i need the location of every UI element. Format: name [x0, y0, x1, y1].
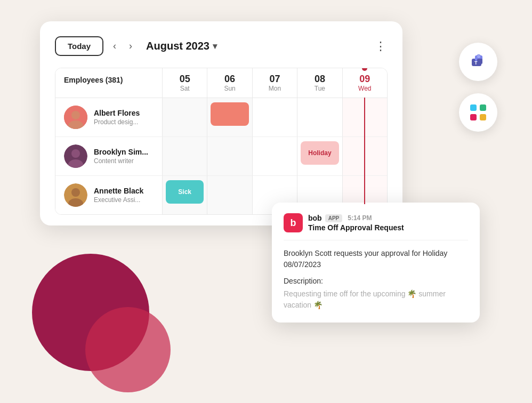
svg-point-15 [71, 149, 80, 158]
slack-description-text: Requesting time off for the upcoming 🌴 s… [284, 288, 468, 311]
slack-description-label: Description: [284, 277, 468, 285]
cell-brooklyn-05 [162, 137, 207, 176]
svg-text:T: T [474, 60, 478, 66]
today-button[interactable]: Today [55, 36, 103, 56]
slack-icon [468, 102, 488, 123]
calendar-grid: Employees (381) 05 Sat 06 Sun 07 Mon 08 … [55, 68, 388, 215]
day-header-05: 05 Sat [162, 68, 207, 98]
slack-time: 5:14 PM [348, 214, 372, 222]
employee-name-albert: Albert Flores [94, 109, 140, 117]
cell-albert-06 [207, 98, 252, 137]
svg-point-12 [71, 111, 80, 119]
employee-row-albert: Albert Flores Product desig... [55, 98, 162, 137]
slack-card-header: b bob APP 5:14 PM Time Off Approval Requ… [284, 213, 468, 240]
calendar-card: Today ‹ › August 2023 ▾ ⋮ Employees (381… [40, 21, 402, 225]
employee-role-brooklyn: Content writer [94, 157, 148, 165]
prev-arrow-button[interactable]: ‹ [110, 38, 119, 54]
event-albert-06[interactable] [211, 102, 248, 126]
teams-icon: T [467, 51, 489, 72]
day-header-08: 08 Tue [297, 68, 342, 98]
bob-app-icon: b [284, 213, 303, 232]
bg-circle-light [85, 307, 171, 392]
day-header-06: 06 Sun [207, 68, 252, 98]
cell-annette-06 [207, 176, 252, 214]
cell-albert-07 [252, 98, 297, 137]
employees-header: Employees (381) [55, 68, 162, 98]
employee-name-brooklyn: Brooklyn Sim... [94, 148, 148, 156]
event-annette-sick[interactable]: Sick [166, 180, 204, 204]
slack-sender-info: bob APP 5:14 PM [308, 214, 404, 222]
app-badge: APP [325, 214, 343, 222]
employee-name-annette: Annette Black [94, 187, 143, 195]
employee-role-annette: Executive Assi... [94, 196, 143, 204]
svg-rect-4 [477, 59, 482, 64]
employee-row-brooklyn: Brooklyn Sim... Content writer [55, 137, 162, 176]
cell-brooklyn-06 [207, 137, 252, 176]
slack-integration-button[interactable] [459, 93, 497, 132]
avatar-brooklyn [64, 144, 87, 168]
slack-sender-name: bob [308, 214, 322, 222]
cell-annette-05: Sick [162, 176, 207, 214]
next-arrow-button[interactable]: › [126, 38, 135, 54]
employee-row-annette: Annette Black Executive Assi... [55, 176, 162, 214]
teams-integration-button[interactable]: T [459, 43, 497, 81]
slack-body-text: Brooklyn Scott requests your approval fo… [284, 248, 468, 270]
svg-point-18 [71, 188, 80, 197]
cell-albert-08 [297, 98, 342, 137]
svg-rect-7 [480, 104, 486, 111]
avatar-albert [64, 106, 87, 129]
employee-role-albert: Product desig... [94, 118, 140, 126]
slack-notification-title: Time Off Approval Request [308, 223, 404, 232]
svg-rect-8 [470, 114, 477, 120]
cell-albert-05 [162, 98, 207, 137]
avatar-annette [64, 183, 87, 207]
day-header-07: 07 Mon [252, 68, 297, 98]
more-options-button[interactable]: ⋮ [375, 39, 388, 53]
calendar-header: Today ‹ › August 2023 ▾ ⋮ [55, 36, 388, 56]
svg-point-3 [477, 55, 480, 58]
today-line [364, 98, 365, 204]
month-title: August 2023 ▾ [146, 40, 217, 52]
cell-albert-09 [342, 98, 387, 137]
day-header-09-today: 09 Wed [342, 68, 387, 98]
today-dot [362, 68, 367, 71]
cell-brooklyn-08: Holiday [297, 137, 342, 176]
svg-rect-6 [470, 104, 477, 111]
cell-brooklyn-07 [252, 137, 297, 176]
month-dropdown-icon[interactable]: ▾ [213, 41, 217, 51]
slack-notification-card: b bob APP 5:14 PM Time Off Approval Requ… [272, 203, 480, 323]
svg-rect-9 [480, 114, 486, 120]
event-brooklyn-holiday[interactable]: Holiday [301, 141, 338, 165]
